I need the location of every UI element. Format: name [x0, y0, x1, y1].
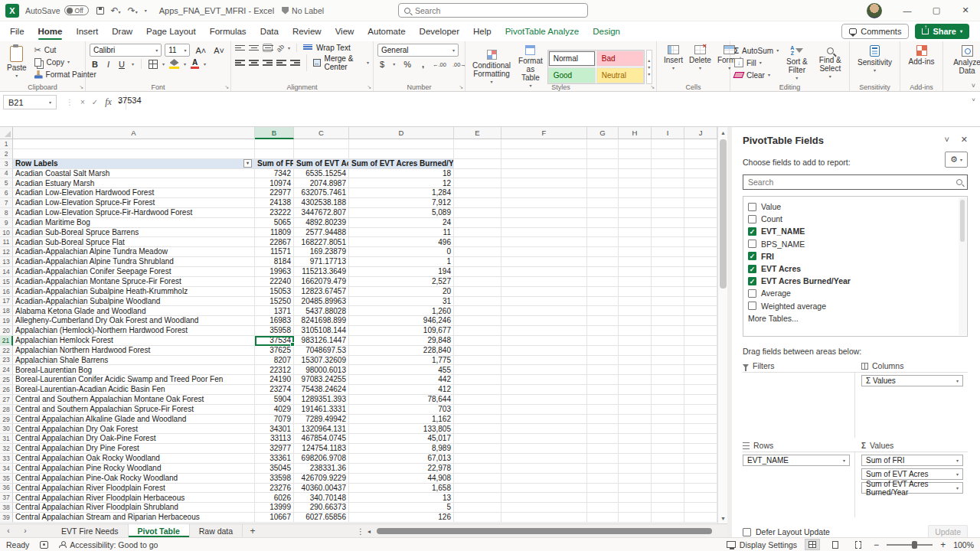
autosum-button[interactable]: ΣAutoSum▾ [734, 44, 779, 57]
cell-I34[interactable] [652, 464, 684, 474]
cell-F28[interactable] [501, 405, 587, 415]
cell-B34[interactable]: 35045 [255, 464, 294, 474]
cell-C10[interactable]: 2577.94488 [294, 228, 349, 238]
cell-G36[interactable] [587, 484, 619, 494]
borders-icon[interactable] [149, 60, 158, 69]
cell-G25[interactable] [587, 375, 619, 385]
cell-G29[interactable] [587, 415, 619, 425]
maximize-button[interactable]: ▢ [922, 0, 951, 21]
cell-F25[interactable] [501, 375, 587, 385]
analyze-data-button[interactable]: Analyze Data [947, 44, 980, 77]
italic-button[interactable]: I [105, 60, 112, 69]
cell-A22[interactable]: Appalachian Northern Hardwood Forest [13, 346, 255, 356]
sheet-prev-icon[interactable]: ‹ [0, 524, 17, 537]
cell-E26[interactable] [454, 385, 501, 395]
cell-G26[interactable] [587, 385, 619, 395]
cell-H13[interactable] [619, 257, 652, 267]
cell-F19[interactable] [501, 316, 587, 326]
format-as-table-button[interactable]: Format as Table▾ [515, 44, 546, 90]
cell-D27[interactable]: 78,644 [349, 395, 454, 405]
row-header-9[interactable]: 9 [0, 218, 13, 228]
find-select-button[interactable]: Find & Select▾ [815, 46, 845, 80]
cell-G22[interactable] [587, 346, 619, 356]
cell-H1[interactable] [619, 139, 652, 149]
cell-B28[interactable]: 4029 [255, 405, 294, 415]
cell-I19[interactable] [652, 316, 684, 326]
cell-D29[interactable]: 1,162 [349, 415, 454, 425]
underline-button[interactable]: U [116, 60, 127, 69]
cell-D24[interactable]: 455 [349, 365, 454, 375]
cell-D6[interactable]: 1,284 [349, 188, 454, 198]
row-header-22[interactable]: 22 [0, 346, 13, 356]
cell-D4[interactable]: 18 [349, 169, 454, 179]
cell-D23[interactable]: 1,775 [349, 356, 454, 366]
share-button[interactable]: Share ▾ [915, 24, 969, 39]
cell-C6[interactable]: 632075.7461 [294, 188, 349, 198]
cell-G13[interactable] [587, 257, 619, 267]
column-header-D[interactable]: D [349, 127, 454, 139]
conditional-formatting-button[interactable]: Conditional Formatting▾ [469, 48, 514, 86]
column-header-A[interactable]: A [13, 127, 255, 139]
cell-B9[interactable]: 5065 [255, 218, 294, 228]
cell-J13[interactable] [684, 257, 717, 267]
close-button[interactable]: ✕ [951, 0, 980, 21]
cell-I31[interactable] [652, 434, 684, 444]
horizontal-scroll-thumb[interactable] [377, 528, 712, 534]
cell-C15[interactable]: 1662079.479 [294, 277, 349, 287]
row-header-35[interactable]: 35 [0, 474, 13, 484]
cell-H3[interactable] [619, 159, 652, 169]
cell-B3[interactable]: Sum of FRI [255, 159, 294, 169]
excel-app-icon[interactable]: X [5, 4, 19, 18]
row-header-16[interactable]: 16 [0, 287, 13, 297]
formula-bar-expand-icon[interactable]: ˅ [972, 96, 975, 103]
cell-E31[interactable] [454, 434, 501, 444]
cell-E24[interactable] [454, 365, 501, 375]
cell-B18[interactable]: 1371 [255, 306, 294, 316]
cell-J37[interactable] [684, 493, 717, 503]
sensitivity-label[interactable]: No Label [292, 6, 324, 15]
field-item-bps-name[interactable]: BPS_NAME [748, 238, 956, 250]
cell-F30[interactable] [501, 424, 587, 434]
cell-A14[interactable]: Acadian-Appalachian Conifer Seepage Fore… [13, 267, 255, 277]
cell-F13[interactable] [501, 257, 587, 267]
decrease-decimal-button[interactable]: .00→ [452, 61, 466, 68]
cell-D9[interactable]: 24 [349, 218, 454, 228]
cell-I7[interactable] [652, 198, 684, 208]
redo-icon[interactable]: ↷▾ [128, 6, 138, 15]
cell-I26[interactable] [652, 385, 684, 395]
cell-I6[interactable] [652, 188, 684, 198]
font-size-select[interactable]: 11▾ [165, 44, 190, 57]
cell-J38[interactable] [684, 503, 717, 513]
cell-B29[interactable]: 7079 [255, 415, 294, 425]
row-header-11[interactable]: 11 [0, 237, 13, 247]
cell-F29[interactable] [501, 415, 587, 425]
column-header-I[interactable]: I [652, 127, 684, 139]
zoom-slider-thumb[interactable] [912, 541, 917, 549]
field-item-evt-acres[interactable]: ✓EVT Acres [748, 262, 956, 275]
cell-D11[interactable]: 496 [349, 237, 454, 247]
cell-G11[interactable] [587, 237, 619, 247]
cell-A19[interactable]: Allegheny-Cumberland Dry Oak Forest and … [13, 316, 255, 326]
cell-A29[interactable]: Central Appalachian Alkaline Glade and W… [13, 415, 255, 425]
rows-dropzone[interactable]: EVT_NAME▾ [743, 452, 855, 517]
insert-cells-button[interactable]: Insert▾ [661, 44, 686, 72]
cell-D10[interactable]: 11 [349, 228, 454, 238]
row-header-24[interactable]: 24 [0, 365, 13, 375]
cell-I37[interactable] [652, 493, 684, 503]
row-header-13[interactable]: 13 [0, 257, 13, 267]
cell-G24[interactable] [587, 365, 619, 375]
cell-A1[interactable] [13, 139, 255, 149]
cell-I8[interactable] [652, 208, 684, 218]
row-header-32[interactable]: 32 [0, 444, 13, 454]
cell-B2[interactable] [255, 149, 294, 159]
cell-I28[interactable] [652, 405, 684, 415]
row-header-25[interactable]: 25 [0, 375, 13, 385]
cell-D39[interactable]: 126 [349, 513, 454, 523]
row-header-5[interactable]: 5 [0, 178, 13, 188]
cell-F4[interactable] [501, 169, 587, 179]
cell-B10[interactable]: 11809 [255, 228, 294, 238]
cell-C14[interactable]: 115213.3649 [294, 267, 349, 277]
cell-style-bad[interactable]: Bad [596, 51, 644, 67]
cell-B38[interactable]: 13999 [255, 503, 294, 513]
cell-J4[interactable] [684, 169, 717, 179]
